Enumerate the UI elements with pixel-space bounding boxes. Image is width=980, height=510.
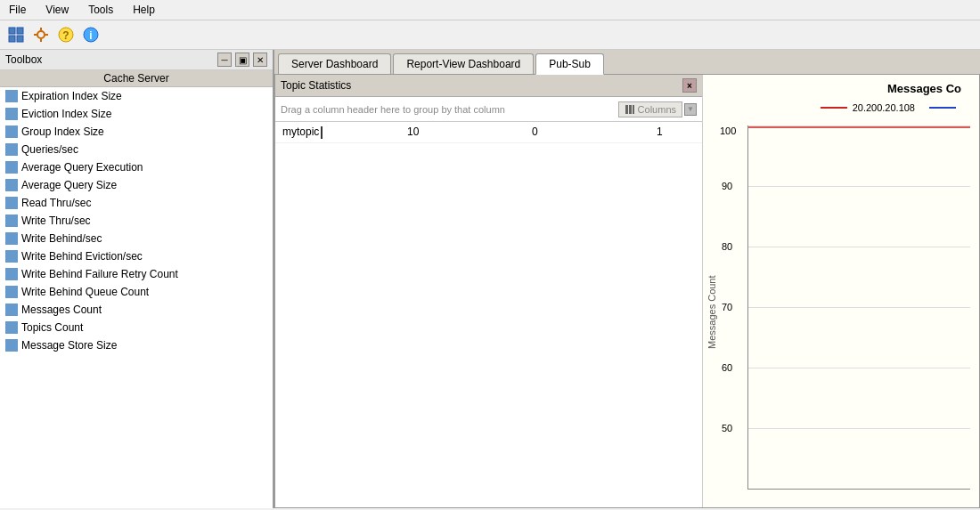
column-drop-area: Drag a column header here to group by th… <box>275 97 702 122</box>
toolbox-item[interactable]: Average Query Size <box>0 176 273 194</box>
item-label: Group Index Size <box>21 125 104 138</box>
info-icon[interactable]: i <box>80 24 102 45</box>
toolbox-item[interactable]: Write Behind/sec <box>0 230 273 247</box>
svg-rect-15 <box>633 105 634 114</box>
item-label: Write Behind Queue Count <box>21 286 149 298</box>
topic-statistics-panel: Topic Statistics × Drag a column header … <box>275 75 703 507</box>
settings-icon[interactable] <box>30 24 52 45</box>
item-icon <box>5 179 18 191</box>
item-icon <box>5 125 18 138</box>
unpin-button[interactable]: ▣ <box>235 53 249 67</box>
toolbox-item[interactable]: Write Behind Eviction/sec <box>0 247 273 265</box>
toolbox-item[interactable]: Queries/sec <box>0 141 273 158</box>
panel-header: Topic Statistics × <box>275 75 702 97</box>
columns-button[interactable]: Columns <box>618 101 682 117</box>
svg-rect-0 <box>9 28 15 34</box>
item-label: Average Query Size <box>21 179 117 191</box>
tab-report-view-dashboard[interactable]: Report-View Dashboard <box>393 53 534 74</box>
toolbox: Toolbox ─ ▣ ✕ Cache Server Expiration In… <box>0 50 274 508</box>
chart-svg <box>748 125 970 489</box>
toolbox-item[interactable]: Write Behind Failure Retry Count <box>0 265 273 283</box>
item-label: Write Behind/sec <box>21 232 102 245</box>
menu-file[interactable]: File <box>4 2 31 18</box>
grid-icon[interactable] <box>5 24 27 45</box>
item-label: Message Store Size <box>21 339 117 352</box>
table-row[interactable]: mytopic 10 0 1 <box>275 122 702 143</box>
item-icon <box>5 250 18 263</box>
menu-view[interactable]: View <box>40 2 74 18</box>
svg-rect-3 <box>17 36 23 42</box>
data-table: mytopic 10 0 1 <box>275 122 702 507</box>
item-icon <box>5 108 18 120</box>
item-label: Write Behind Failure Retry Count <box>21 268 178 280</box>
close-button[interactable]: ✕ <box>253 53 267 67</box>
toolbox-header: Toolbox ─ ▣ ✕ <box>0 50 273 70</box>
svg-rect-13 <box>625 105 628 114</box>
panel-close-button[interactable]: × <box>682 78 697 93</box>
cell-topic-name: mytopic <box>282 125 336 139</box>
y-tick-70: 70 <box>722 302 732 312</box>
item-icon <box>5 215 18 227</box>
toolbox-controls: ─ ▣ ✕ <box>217 53 267 67</box>
toolbox-section-title: Cache Server <box>0 70 273 87</box>
legend-ip-red: 20.200.20.108 <box>853 102 915 113</box>
item-icon <box>5 339 18 352</box>
toolbox-item[interactable]: Average Query Execution <box>0 158 273 176</box>
cursor-indicator <box>321 126 323 139</box>
columns-icon <box>625 104 635 115</box>
main-layout: Toolbox ─ ▣ ✕ Cache Server Expiration In… <box>0 50 980 508</box>
menu-tools[interactable]: Tools <box>83 2 118 18</box>
pin-button[interactable]: ─ <box>217 53 232 67</box>
item-icon <box>5 197 18 209</box>
item-label: Messages Count <box>21 304 102 316</box>
right-panel: Server Dashboard Report-View Dashboard P… <box>274 50 980 508</box>
item-icon <box>5 321 18 334</box>
y-tick-90: 90 <box>722 181 732 191</box>
svg-point-4 <box>37 31 45 38</box>
item-label: Eviction Index Size <box>21 108 111 120</box>
chart-title: Messages Co <box>703 75 979 99</box>
columns-dropdown-button[interactable]: ▼ <box>684 103 697 116</box>
svg-text:?: ? <box>62 29 69 42</box>
toolbox-items-container: Expiration Index Size Eviction Index Siz… <box>0 87 273 508</box>
y-tick-80: 80 <box>722 241 732 252</box>
toolbox-item[interactable]: Group Index Size <box>0 123 273 141</box>
tab-content: Topic Statistics × Drag a column header … <box>274 74 980 508</box>
y-axis-label: Messages Count <box>703 117 721 507</box>
toolbox-item[interactable]: Expiration Index Size <box>0 87 273 105</box>
menu-help[interactable]: Help <box>127 2 160 18</box>
item-label: Topics Count <box>21 321 83 334</box>
item-icon <box>5 143 18 156</box>
toolbox-item-message-store-size[interactable]: Message Store Size <box>0 336 273 354</box>
chart-legend: 20.200.20.108 <box>703 99 979 117</box>
item-icon <box>5 161 18 174</box>
toolbox-item[interactable]: Read Thru/sec <box>0 194 273 212</box>
svg-rect-2 <box>9 36 15 42</box>
cell-col2: 0 <box>532 125 585 138</box>
toolbar: ? i <box>0 20 980 50</box>
y-tick-50: 50 <box>722 423 732 433</box>
panel-title: Topic Statistics <box>281 79 351 92</box>
item-icon <box>5 304 18 316</box>
item-icon <box>5 90 18 102</box>
toolbox-item[interactable]: Write Thru/sec <box>0 212 273 230</box>
toolbox-item[interactable]: Write Behind Queue Count <box>0 283 273 301</box>
svg-text:i: i <box>89 29 92 42</box>
tab-pub-sub[interactable]: Pub-Sub <box>535 53 604 75</box>
chart-body: Messages Count 100 90 80 70 60 50 <box>703 117 979 507</box>
help-icon[interactable]: ? <box>55 24 77 45</box>
item-label: Write Behind Eviction/sec <box>21 250 143 263</box>
menu-bar: File View Tools Help <box>0 0 980 20</box>
svg-rect-14 <box>629 105 632 114</box>
svg-rect-1 <box>17 28 23 34</box>
toolbox-item[interactable]: Eviction Index Size <box>0 105 273 123</box>
toolbox-title-label: Toolbox <box>5 53 42 66</box>
toolbox-item-topics-count[interactable]: Topics Count <box>0 319 273 336</box>
tab-server-dashboard[interactable]: Server Dashboard <box>278 53 391 74</box>
chart-area: Messages Co 20.200.20.108 Messages Count <box>703 75 979 507</box>
toolbox-item-messages-count[interactable]: Messages Count <box>0 301 273 319</box>
item-icon <box>5 286 18 298</box>
legend-line-red <box>821 107 847 109</box>
item-label: Average Query Execution <box>21 161 143 174</box>
item-icon <box>5 268 18 280</box>
